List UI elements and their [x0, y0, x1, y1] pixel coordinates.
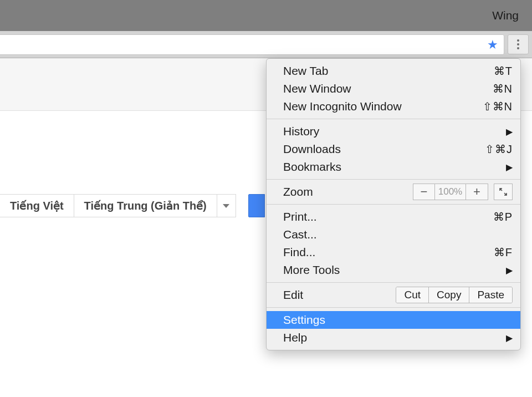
submenu-arrow-icon: ▶ [506, 162, 513, 172]
edit-copy-button[interactable]: Copy [428, 287, 469, 303]
menu-separator [267, 282, 520, 283]
menu-item-label: New Window [283, 82, 493, 95]
menu-item-label: Settings [283, 313, 513, 327]
fullscreen-button[interactable] [494, 184, 513, 200]
zoom-controls: − 100% + [413, 184, 488, 200]
menu-item-label: New Tab [283, 64, 494, 78]
submenu-arrow-icon: ▶ [506, 265, 513, 276]
translate-button[interactable] [248, 194, 265, 217]
menu-item-label: Cast... [283, 228, 513, 241]
menu-item-more-tools[interactable]: More Tools ▶ [267, 261, 520, 279]
menu-item-shortcut: ⌘P [493, 210, 513, 223]
bookmark-star-icon[interactable]: ★ [487, 39, 498, 51]
menu-item-shortcut: ⌘T [494, 64, 513, 78]
menu-item-label: Help [283, 331, 503, 344]
lang-tab-vietnamese[interactable]: Tiếng Việt [0, 194, 74, 217]
menu-item-shortcut: ⌘N [493, 82, 513, 95]
menu-item-label: Bookmarks [283, 160, 503, 174]
chrome-menu-button[interactable] [508, 34, 529, 54]
menu-separator [267, 204, 520, 205]
chrome-menu: New Tab ⌘T New Window ⌘N New Incognito W… [266, 58, 521, 350]
menu-item-new-incognito[interactable]: New Incognito Window ⇧⌘N [267, 98, 520, 115]
menu-item-print[interactable]: Print... ⌘P [267, 208, 520, 226]
window-title: Wing [492, 9, 519, 22]
menu-separator [267, 307, 520, 308]
menu-item-cast[interactable]: Cast... [267, 226, 520, 243]
edit-buttons: Cut Copy Paste [396, 287, 513, 303]
menu-item-edit: Edit Cut Copy Paste [267, 286, 520, 304]
window-titlebar: Wing [0, 0, 532, 31]
menu-item-label: More Tools [283, 263, 503, 277]
menu-item-downloads[interactable]: Downloads ⇧⌘J [267, 140, 520, 158]
menu-item-find[interactable]: Find... ⌘F [267, 243, 520, 261]
menu-item-label: New Incognito Window [283, 100, 483, 113]
submenu-arrow-icon: ▶ [506, 126, 513, 137]
menu-item-shortcut: ⌘F [494, 246, 513, 259]
menu-item-help[interactable]: Help ▶ [267, 329, 520, 347]
edit-paste-button[interactable]: Paste [469, 287, 512, 303]
edit-cut-button[interactable]: Cut [396, 287, 428, 303]
menu-item-label: Find... [283, 246, 494, 259]
submenu-arrow-icon: ▶ [506, 333, 513, 343]
menu-separator [267, 119, 520, 119]
menu-item-label: Zoom [283, 185, 413, 198]
address-bar[interactable]: ★ [0, 34, 504, 55]
vertical-dots-icon [517, 39, 519, 49]
lang-tab-chinese-simplified[interactable]: Tiếng Trung (Giản Thể) [74, 194, 217, 217]
chevron-down-icon [223, 204, 229, 208]
lang-tab-label: Tiếng Việt [10, 199, 64, 212]
lang-tab-label: Tiếng Trung (Giản Thể) [84, 199, 207, 212]
browser-toolbar: ★ [0, 31, 532, 58]
lang-dropdown-button[interactable] [217, 194, 236, 217]
menu-item-settings[interactable]: Settings [267, 311, 520, 329]
menu-item-shortcut: ⇧⌘J [485, 142, 513, 156]
zoom-value: 100% [435, 184, 466, 200]
menu-item-bookmarks[interactable]: Bookmarks ▶ [267, 158, 520, 176]
menu-item-label: Print... [283, 210, 493, 223]
menu-item-zoom: Zoom − 100% + [267, 183, 520, 201]
menu-item-new-window[interactable]: New Window ⌘N [267, 80, 520, 98]
zoom-out-button[interactable]: − [413, 184, 435, 200]
menu-item-label: Downloads [283, 142, 485, 156]
menu-item-history[interactable]: History ▶ [267, 123, 520, 140]
menu-item-shortcut: ⇧⌘N [483, 100, 513, 113]
fullscreen-icon [499, 187, 508, 196]
menu-item-label: Edit [283, 288, 396, 302]
menu-item-new-tab[interactable]: New Tab ⌘T [267, 62, 520, 80]
menu-separator [267, 179, 520, 180]
zoom-in-button[interactable]: + [466, 184, 488, 200]
language-tabs: Tiếng Việt Tiếng Trung (Giản Thể) [0, 194, 265, 217]
menu-item-label: History [283, 125, 503, 138]
